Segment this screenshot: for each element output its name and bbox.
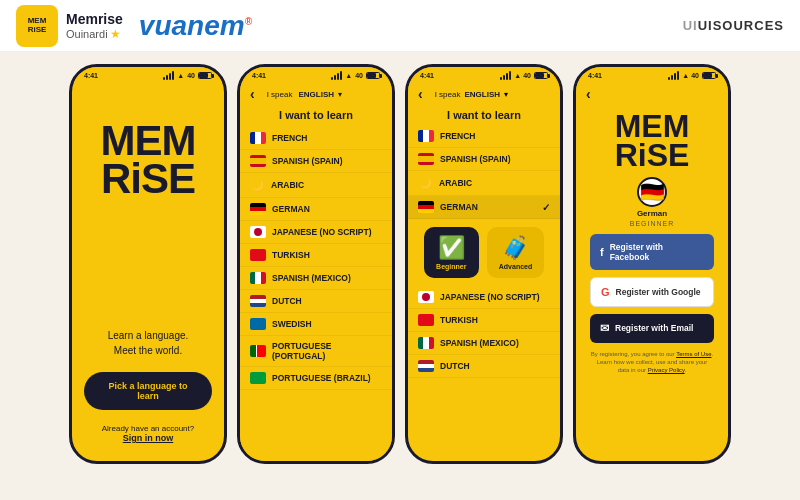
phone-register: 4:41 ▲ 40 ‹ MEM RiSE 🇩🇪 — [573, 64, 731, 464]
flag-se — [250, 318, 266, 330]
back-button-3[interactable]: ‹ — [418, 86, 423, 102]
wifi-icon: ▲ — [177, 72, 184, 79]
logo-area: MEM RiSE Memrise Ouinardi ★ vuanem® — [16, 5, 252, 47]
flag-es — [250, 155, 266, 167]
already-account-text: Already have an account? — [102, 424, 195, 433]
flag-ar: 🌙 — [250, 178, 265, 192]
disclaimer-text: By registering, you agree to our Terms o… — [590, 350, 714, 375]
signal-bars-4 — [668, 71, 679, 80]
flag-de-3 — [418, 201, 434, 213]
advanced-icon: 🧳 — [502, 235, 529, 261]
phone2-nav: ‹ I speak ENGLISH ▾ — [240, 82, 392, 106]
list-item[interactable]: JAPANESE (NO SCRIPT) — [240, 221, 392, 244]
memrise-logo-splash: MEM RiSE — [101, 122, 196, 198]
flag-nl — [250, 295, 266, 307]
list-item-german-selected[interactable]: GERMAN ✓ — [408, 196, 560, 219]
battery-icon-4 — [702, 72, 716, 79]
brand-text: Memrise Ouinardi ★ — [66, 11, 123, 41]
pick-language-button[interactable]: Pick a language to learn — [84, 372, 212, 410]
flag-es-3 — [418, 153, 434, 165]
list-item[interactable]: GERMAN — [240, 198, 392, 221]
list-item[interactable]: TURKISH — [240, 244, 392, 267]
wifi-icon-2: ▲ — [345, 72, 352, 79]
flag-fr — [250, 132, 266, 144]
main-content: 4:41 ▲ 40 MEM RiSE Learn a language. Mee… — [0, 52, 800, 500]
register-facebook-button[interactable]: f Register with Facebook — [590, 234, 714, 270]
signal-bars-2 — [331, 71, 342, 80]
brand-memrise: Memrise — [66, 11, 123, 27]
list-item[interactable]: SWEDISH — [240, 313, 392, 336]
flag-fr-3 — [418, 130, 434, 142]
language-list-3-cont: JAPANESE (NO SCRIPT) TURKISH SPANISH (ME… — [408, 286, 560, 461]
want-to-learn-title-3: I want to learn — [408, 106, 560, 125]
beginner-button[interactable]: ✅ Beginner — [424, 227, 479, 278]
phone4-body: MEM RiSE 🇩🇪 German BEGINNER f Register w… — [576, 106, 728, 461]
register-email-button[interactable]: ✉ Register with Email — [590, 314, 714, 343]
flag-jp — [250, 226, 266, 238]
register-fb-label: Register with Facebook — [610, 242, 704, 262]
german-level: BEGINNER — [630, 220, 675, 227]
memrise-icon: MEM RiSE — [16, 5, 58, 47]
list-item[interactable]: FRENCH — [240, 127, 392, 150]
flag-pt — [250, 345, 266, 357]
list-item[interactable]: PORTUGUESE (PORTUGAL) — [240, 336, 392, 367]
flag-br — [250, 372, 266, 384]
flag-tr — [250, 249, 266, 261]
list-item[interactable]: SPANISH (SPAIN) — [408, 148, 560, 171]
signal-bars — [163, 71, 174, 80]
list-item[interactable]: SPANISH (MEXICO) — [408, 332, 560, 355]
list-item[interactable]: 🌙ARABIC — [240, 173, 392, 198]
flag-mx — [250, 272, 266, 284]
status-bar-1: 4:41 ▲ 40 — [72, 67, 224, 82]
facebook-icon: f — [600, 246, 604, 258]
list-item[interactable]: TURKISH — [408, 309, 560, 332]
google-icon: G — [601, 286, 610, 298]
beginner-label: Beginner — [436, 263, 466, 270]
email-icon: ✉ — [600, 322, 609, 335]
flag-de — [250, 203, 266, 215]
status-bar-4: 4:41 ▲ 40 — [576, 67, 728, 82]
list-item[interactable]: FRENCH — [408, 125, 560, 148]
level-selector: ✅ Beginner 🧳 Advanced — [408, 219, 560, 286]
register-email-label: Register with Email — [615, 323, 693, 333]
phone-german-selected: 4:41 ▲ 40 ‹ I speak ENGLISH ▾ I want to … — [405, 64, 563, 464]
list-item[interactable]: DUTCH — [240, 290, 392, 313]
status-bar-2: 4:41 ▲ 40 — [240, 67, 392, 82]
list-item[interactable]: DUTCH — [408, 355, 560, 378]
phone1-body: MEM RiSE Learn a language. Meet the worl… — [72, 82, 224, 461]
list-item[interactable]: SPANISH (SPAIN) — [240, 150, 392, 173]
vuanem-logo: vuanem® — [139, 10, 252, 42]
list-item[interactable]: JAPANESE (NO SCRIPT) — [408, 286, 560, 309]
advanced-button[interactable]: 🧳 Advanced — [487, 227, 544, 278]
tagline: Learn a language. Meet the world. — [108, 328, 189, 358]
register-google-label: Register with Google — [616, 287, 701, 297]
battery-icon-2 — [366, 72, 380, 79]
checkmark-icon: ✓ — [542, 202, 550, 213]
list-item[interactable]: 🌙ARABIC — [408, 171, 560, 196]
advanced-label: Advanced — [499, 263, 532, 270]
list-item[interactable]: SPANISH (MEXICO) — [240, 267, 392, 290]
uisources-label: UIUISOURCES — [683, 18, 784, 33]
battery-icon — [198, 72, 212, 79]
battery-icon-3 — [534, 72, 548, 79]
top-bar: MEM RiSE Memrise Ouinardi ★ vuanem® UIUI… — [0, 0, 800, 52]
brand-sub: Ouinardi ★ — [66, 27, 123, 41]
list-item[interactable]: PORTUGUESE (BRAZIL) — [240, 367, 392, 390]
phone4-nav: ‹ — [576, 82, 728, 106]
sign-in-link[interactable]: Sign in now — [102, 433, 195, 443]
memrise-logo-register: MEM RiSE — [615, 112, 690, 170]
register-google-button[interactable]: G Register with Google — [590, 277, 714, 307]
german-label: German — [637, 209, 667, 218]
beginner-icon: ✅ — [438, 235, 465, 261]
signal-bars-3 — [500, 71, 511, 80]
phone-language-list: 4:41 ▲ 40 ‹ I speak ENGLISH ▾ I want to … — [237, 64, 395, 464]
language-list-3: FRENCH SPANISH (SPAIN) 🌙ARABIC GERMAN ✓ — [408, 125, 560, 219]
phone3-nav: ‹ I speak ENGLISH ▾ — [408, 82, 560, 106]
phone-splash: 4:41 ▲ 40 MEM RiSE Learn a language. Mee… — [69, 64, 227, 464]
status-bar-3: 4:41 ▲ 40 — [408, 67, 560, 82]
back-button-4[interactable]: ‹ — [586, 86, 591, 102]
back-button-2[interactable]: ‹ — [250, 86, 255, 102]
memrise-icon-text: MEM RiSE — [28, 17, 47, 35]
language-list-2: FRENCH SPANISH (SPAIN) 🌙ARABIC GERMAN JA… — [240, 127, 392, 461]
german-flag: 🇩🇪 — [637, 177, 667, 207]
